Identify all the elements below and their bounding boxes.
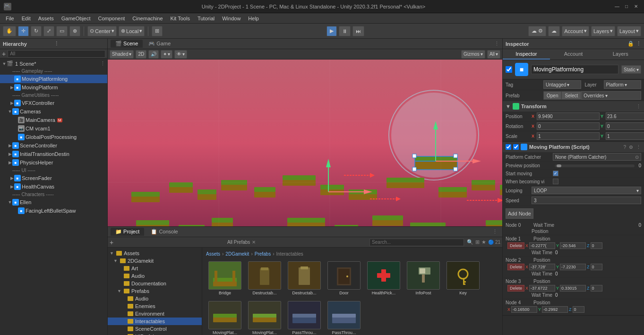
list-item-cameras[interactable]: ▼ ■ Cameras <box>0 107 107 116</box>
folder-audio2[interactable]: Audio <box>108 295 202 302</box>
script-header[interactable]: Moving Platform (Script) ? ⚙ ⋮ <box>503 142 644 152</box>
view-dropdown[interactable]: 👁 ▾ <box>174 50 187 59</box>
layer-dropdown[interactable]: Platform ▾ <box>604 80 642 89</box>
tab-inspector[interactable]: Inspector <box>503 49 550 60</box>
asset-infopost[interactable]: InfoPost <box>404 259 442 297</box>
menu-tutorial[interactable]: Tutorial <box>194 15 218 22</box>
looping-dropdown[interactable]: LOOP ▾ <box>532 187 641 194</box>
tab-project[interactable]: 📁 Project <box>111 228 144 236</box>
scene-root[interactable]: ▼ 🎬 1 Scene* ⋮ <box>0 60 107 68</box>
asset-key[interactable]: Key <box>444 259 482 297</box>
close-btn[interactable]: ✕ <box>632 2 640 11</box>
node-1-x[interactable] <box>529 242 555 249</box>
overrides-dropdown[interactable]: Overrides ▾ <box>581 91 641 100</box>
delete-node-2-btn[interactable]: Delete <box>507 264 524 270</box>
folder-scenecontrol[interactable]: SceneControl <box>108 325 202 333</box>
scene-options[interactable]: ⋮ <box>100 60 105 67</box>
node-3-x[interactable] <box>529 285 555 292</box>
gizmos-dropdown[interactable]: Gizmos ▾ <box>461 50 485 59</box>
asset-door[interactable]: Door <box>325 259 363 297</box>
node-3-y[interactable] <box>560 285 586 292</box>
script-menu[interactable]: ⋮ <box>636 144 641 150</box>
play-btn[interactable]: ▶ <box>326 26 337 36</box>
tag-dropdown[interactable]: Untagged ▾ <box>543 80 581 89</box>
delete-node-1-btn[interactable]: Delete <box>507 242 524 249</box>
asset-view-btn[interactable]: ⊞ <box>475 239 480 245</box>
menu-gameobject[interactable]: GameObject <box>58 15 94 22</box>
node-1-z[interactable] <box>591 242 602 249</box>
rotation-y-input[interactable] <box>606 122 644 130</box>
account-dropdown[interactable]: Account ▾ <box>562 26 589 36</box>
list-item-moving-platform-long[interactable]: ■ MovingPlatformlong <box>0 75 107 83</box>
asset-fav-btn[interactable]: ★ <box>481 239 486 245</box>
maximize-btn[interactable]: □ <box>622 2 631 11</box>
tab-layers[interactable]: Layers <box>597 49 644 60</box>
asset-passthrou2[interactable]: PassThrou... <box>325 299 363 335</box>
asset-movingplat2[interactable]: MovingPlat... <box>246 299 283 335</box>
list-item-bullet[interactable]: ■ FacingLeftBulletSpaw <box>0 206 107 215</box>
tab-game[interactable]: 🎮 Game <box>144 40 175 48</box>
list-item-transition[interactable]: ▶ ■ InitialTransitionDestin <box>0 150 107 158</box>
hierarchy-search[interactable] <box>8 50 105 58</box>
menu-cinemachine[interactable]: Cinemachine <box>129 15 166 22</box>
center-dropdown[interactable]: ⊙ Center ▾ <box>87 26 117 36</box>
list-item-moving-platform[interactable]: ▶ ■ MovingPlatform <box>0 83 107 92</box>
lock-icon[interactable]: 🔒 <box>627 41 634 47</box>
node-4-x[interactable] <box>511 306 537 313</box>
list-item-vcam[interactable]: 📷 CM vcam1 <box>0 124 107 133</box>
node-2-y[interactable] <box>560 264 586 270</box>
scale-y-input[interactable] <box>606 132 644 140</box>
folder-audio[interactable]: Audio <box>108 272 202 280</box>
multi-tool[interactable]: ⊕ <box>69 26 80 36</box>
list-item-postprocess[interactable]: ■ GlobalPostProcessing <box>0 133 107 141</box>
delete-node-3-btn[interactable]: Delete <box>507 285 524 292</box>
hierarchy-menu-icon[interactable]: ⋮ <box>54 41 105 47</box>
folder-prefabs[interactable]: ▼ Prefabs <box>108 287 202 295</box>
bottom-panel-menu[interactable]: ⋮ <box>492 229 499 235</box>
menu-assets[interactable]: Assets <box>34 15 58 22</box>
platform-catcher-field[interactable]: None (Platform Catcher) ⊙ <box>553 153 641 161</box>
minimize-btn[interactable]: — <box>613 2 621 11</box>
list-item[interactable]: ----- Gameplay ----- <box>0 68 107 75</box>
menu-window[interactable]: Window <box>218 15 244 22</box>
scene-options-btn[interactable]: ⋮ <box>494 41 499 47</box>
asset-movingplat1[interactable]: MovingPlat... <box>206 299 244 335</box>
layers-dropdown[interactable]: Layers ▾ <box>591 26 615 36</box>
node-3-z[interactable] <box>591 285 602 292</box>
list-item-maincam[interactable]: 🎥 MainCamera M <box>0 116 107 124</box>
rect-tool[interactable]: ▭ <box>56 26 68 36</box>
tab-scene[interactable]: 🎬 Scene <box>111 40 143 48</box>
asset-destructab1[interactable]: Destructab... <box>246 259 283 297</box>
folder-enemies[interactable]: Enemies <box>108 302 202 310</box>
menu-edit[interactable]: Edit <box>18 15 34 22</box>
rotation-x-input[interactable] <box>537 122 600 130</box>
transform-header[interactable]: ▼ Transform ⋮ <box>503 101 644 112</box>
folder-assets[interactable]: ▼ Assets <box>108 249 202 257</box>
script-settings[interactable]: ⚙ <box>629 145 633 150</box>
folder-2dgamekit[interactable]: ▼ 2DGamekit <box>108 257 202 265</box>
position-y-input[interactable] <box>606 112 644 120</box>
menu-component[interactable]: Component <box>94 15 129 22</box>
add-hierarchy-btn[interactable]: + <box>2 50 6 58</box>
list-item-screenfader[interactable]: ▶ ■ ScreenFader <box>0 174 107 182</box>
move-tool[interactable]: ✛ <box>18 26 29 36</box>
node-2-x[interactable] <box>529 264 555 270</box>
scene-viewport[interactable] <box>108 60 502 226</box>
script-enabled[interactable] <box>506 144 511 150</box>
list-item-ellen[interactable]: ▼ ■ Ellen <box>0 198 107 206</box>
effects-dropdown[interactable]: ✦ ▾ <box>161 50 172 59</box>
node-2-z[interactable] <box>591 264 602 270</box>
add-asset-btn[interactable]: + <box>110 239 113 246</box>
2d-toggle[interactable]: 2D <box>136 50 146 59</box>
list-item[interactable]: ----- GameUtilities ----- <box>0 92 107 99</box>
asset-healthpick[interactable]: HealthPick... <box>365 259 403 297</box>
transform-options[interactable]: ⋮ <box>636 103 641 110</box>
list-item-scenecontroller[interactable]: ▶ ■ SceneController <box>0 141 107 150</box>
snap-btn[interactable]: ⊞ <box>152 26 163 36</box>
folder-interactables[interactable]: Interactables <box>108 318 202 325</box>
scale-x-input[interactable] <box>537 132 600 140</box>
pause-btn[interactable]: ⏸ <box>339 26 351 36</box>
node-4-z[interactable] <box>573 306 584 313</box>
list-item-vfx[interactable]: ▶ ■ VFXController <box>0 99 107 107</box>
menu-kittools[interactable]: Kit Tools <box>167 15 194 22</box>
